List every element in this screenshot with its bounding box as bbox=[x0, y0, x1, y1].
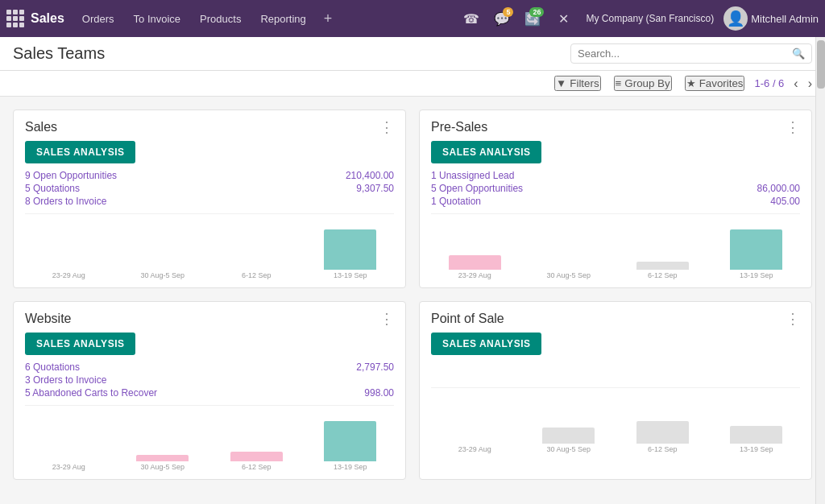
stat-row: 9 Open Opportunities 210,400.00 bbox=[25, 170, 394, 181]
scrollbar-thumb[interactable] bbox=[817, 40, 825, 89]
nav-orders[interactable]: Orders bbox=[74, 10, 122, 28]
stat-row: 1 Quotation 405.00 bbox=[431, 196, 800, 207]
stats-grid-website: 6 Quotations 2,797.50 3 Orders to Invoic… bbox=[25, 361, 394, 399]
stat-quotations-w[interactable]: 6 Quotations bbox=[25, 361, 80, 373]
nav-reporting[interactable]: Reporting bbox=[252, 10, 313, 28]
chart-label: 30 Aug-5 Sep bbox=[525, 445, 613, 453]
search-icon: 🔍 bbox=[792, 48, 805, 60]
sales-analysis-btn-sales[interactable]: SALES ANALYSIS bbox=[25, 141, 135, 163]
stat-row: 6 Quotations 2,797.50 bbox=[25, 361, 394, 373]
stat-carts-w[interactable]: 5 Abandoned Carts to Recover bbox=[25, 387, 157, 399]
chat-icon-btn[interactable]: 💬 5 bbox=[489, 6, 515, 31]
grid-icon bbox=[6, 10, 24, 27]
mini-chart-pos bbox=[431, 387, 800, 444]
user-name[interactable]: Mitchell Admin bbox=[751, 13, 819, 25]
chat-badge: 5 bbox=[503, 7, 513, 17]
clock-icon-btn[interactable]: 🔄 26 bbox=[520, 6, 545, 31]
scrollbar[interactable] bbox=[815, 37, 825, 504]
star-icon: ★ bbox=[686, 77, 696, 89]
card-pre-sales-menu[interactable]: ⋮ bbox=[786, 120, 800, 134]
favorites-button[interactable]: ★ Favorites bbox=[685, 76, 745, 91]
chart-label: 13-19 Sep bbox=[307, 463, 395, 471]
sales-analysis-btn-pre-sales[interactable]: SALES ANALYSIS bbox=[431, 141, 541, 163]
nav-to-invoice[interactable]: To Invoice bbox=[126, 10, 189, 28]
chart-labels-pos: 23-29 Aug 30 Aug-5 Sep 6-12 Sep 13-19 Se… bbox=[431, 444, 800, 458]
nav-products[interactable]: Products bbox=[192, 10, 249, 28]
stat-row: 8 Orders to Invoice bbox=[25, 196, 394, 207]
stat-quotation-ps[interactable]: 1 Quotation bbox=[431, 196, 481, 207]
stat-row: 3 Orders to Invoice bbox=[25, 374, 394, 386]
card-pre-sales-body: SALES ANALYSIS 1 Unassigned Lead 5 Open … bbox=[420, 141, 811, 288]
card-pos-menu[interactable]: ⋮ bbox=[786, 312, 800, 326]
card-sales-body: SALES ANALYSIS 9 Open Opportunities 210,… bbox=[14, 141, 405, 288]
chart-label: 30 Aug-5 Sep bbox=[525, 271, 613, 279]
app-logo[interactable]: Sales bbox=[6, 10, 64, 27]
card-sales-menu[interactable]: ⋮ bbox=[379, 120, 394, 134]
search-input[interactable] bbox=[578, 48, 792, 60]
chart-col bbox=[307, 229, 395, 270]
phone-icon-btn[interactable]: ☎ bbox=[458, 6, 484, 31]
prev-page-button[interactable]: ‹ bbox=[794, 76, 798, 91]
card-pre-sales-title: Pre-Sales bbox=[431, 120, 487, 134]
card-sales-title: Sales bbox=[25, 120, 57, 134]
card-pos-header: Point of Sale ⋮ bbox=[420, 302, 811, 333]
toolbar: ▼ Filters ≡ Group By ★ Favorites 1-6 / 6… bbox=[0, 71, 825, 97]
stat-row: 1 Unassigned Lead bbox=[431, 170, 800, 181]
sales-analysis-btn-pos[interactable]: SALES ANALYSIS bbox=[431, 333, 541, 355]
chart-label: 13-19 Sep bbox=[713, 445, 801, 453]
stat-open-opps[interactable]: 9 Open Opportunities bbox=[25, 170, 117, 181]
chart-label: 23-29 Aug bbox=[25, 463, 113, 471]
card-website-body: SALES ANALYSIS 6 Quotations 2,797.50 3 O… bbox=[14, 333, 405, 480]
card-pos-body: SALES ANALYSIS bbox=[420, 333, 811, 465]
settings-icon-btn[interactable]: ✕ bbox=[550, 6, 576, 31]
chart-col bbox=[619, 421, 707, 444]
groupby-button[interactable]: ≡ Group By bbox=[614, 76, 672, 91]
chart-label: 13-19 Sep bbox=[713, 271, 801, 279]
phone-icon: ☎ bbox=[463, 11, 479, 27]
card-point-of-sale: Point of Sale ⋮ SALES ANALYSIS bbox=[419, 301, 812, 480]
company-name[interactable]: My Company (San Francisco) bbox=[579, 13, 720, 24]
chart-label: 23-29 Aug bbox=[431, 445, 519, 453]
stat-row: 5 Quotations 9,307.50 bbox=[25, 183, 394, 194]
stat-orders[interactable]: 8 Orders to Invoice bbox=[25, 196, 106, 207]
mini-chart-website bbox=[25, 405, 394, 461]
chart-col bbox=[525, 428, 613, 444]
stat-unassigned-lead[interactable]: 1 Unassigned Lead bbox=[431, 170, 514, 181]
next-page-button[interactable]: › bbox=[808, 76, 812, 91]
stats-grid-pre-sales: 1 Unassigned Lead 5 Open Opportunities 8… bbox=[431, 170, 800, 207]
main-content: Sales ⋮ SALES ANALYSIS 9 Open Opportunit… bbox=[0, 97, 825, 493]
card-website-menu[interactable]: ⋮ bbox=[379, 312, 394, 326]
mini-chart-pre-sales bbox=[431, 213, 800, 270]
filters-button[interactable]: ▼ Filters bbox=[554, 76, 601, 91]
chart-label: 23-29 Aug bbox=[25, 271, 113, 279]
stat-quotations[interactable]: 5 Quotations bbox=[25, 183, 80, 194]
stat-carts-w-val: 998.00 bbox=[364, 387, 394, 399]
avatar[interactable]: 👤 bbox=[723, 6, 748, 31]
chart-label: 23-29 Aug bbox=[431, 271, 519, 279]
chart-col bbox=[619, 262, 707, 270]
card-website-header: Website ⋮ bbox=[14, 302, 405, 333]
top-navigation: Sales Orders To Invoice Products Reporti… bbox=[0, 0, 825, 37]
stat-quotations-w-val: 2,797.50 bbox=[356, 361, 394, 373]
chart-label: 13-19 Sep bbox=[307, 271, 395, 279]
search-box[interactable]: 🔍 bbox=[570, 43, 812, 64]
nav-plus-button[interactable]: + bbox=[317, 7, 339, 31]
app-name: Sales bbox=[31, 11, 64, 26]
chart-col bbox=[119, 455, 207, 461]
filter-icon: ▼ bbox=[556, 77, 566, 89]
sales-analysis-btn-website[interactable]: SALES ANALYSIS bbox=[25, 333, 135, 355]
stat-row: 5 Abandoned Carts to Recover 998.00 bbox=[25, 387, 394, 399]
stat-open-opps-ps[interactable]: 5 Open Opportunities bbox=[431, 183, 523, 194]
chart-col bbox=[213, 452, 301, 461]
card-website: Website ⋮ SALES ANALYSIS 6 Quotations 2,… bbox=[13, 301, 406, 480]
card-sales-header: Sales ⋮ bbox=[14, 110, 405, 141]
card-pre-sales-header: Pre-Sales ⋮ bbox=[420, 110, 811, 141]
clock-badge: 26 bbox=[529, 7, 544, 17]
stat-orders-w[interactable]: 3 Orders to Invoice bbox=[25, 374, 106, 386]
chart-label: 30 Aug-5 Sep bbox=[119, 463, 207, 471]
page-wrapper: Sales Orders To Invoice Products Reporti… bbox=[0, 0, 825, 504]
card-pre-sales: Pre-Sales ⋮ SALES ANALYSIS 1 Unassigned … bbox=[419, 109, 812, 288]
chart-col bbox=[713, 426, 801, 444]
chart-label: 6-12 Sep bbox=[619, 445, 707, 453]
chart-label: 6-12 Sep bbox=[619, 271, 707, 279]
